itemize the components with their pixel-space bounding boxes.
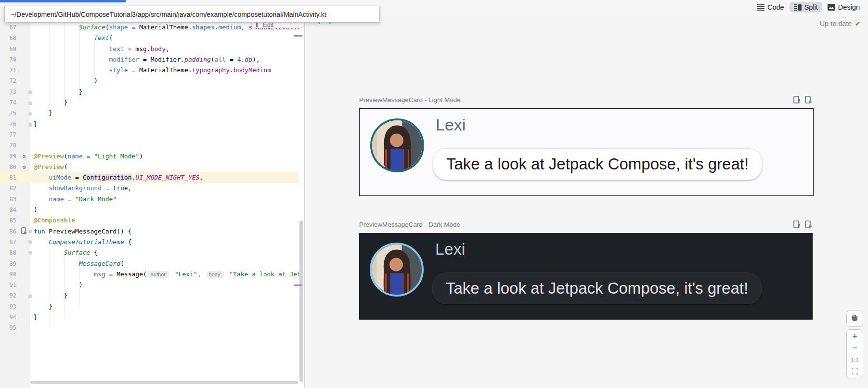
code-text[interactable]: )	[34, 205, 38, 215]
code-text[interactable]: showBackground = true,	[34, 183, 132, 194]
gutter-spacer	[20, 172, 28, 183]
code-line-69[interactable]: 69 text = msg.body,	[0, 44, 299, 54]
interactive-preview-icon[interactable]	[793, 220, 801, 229]
code-line-77[interactable]: 77	[0, 129, 299, 140]
code-line-79[interactable]: 79⚙@Preview(name = "Light Mode")	[0, 151, 299, 162]
fold-marker[interactable]	[28, 237, 34, 247]
preview-panel-title: PreviewMessageCard - Dark Mode	[359, 221, 460, 228]
run-preview-gutter-icon[interactable]	[20, 226, 28, 237]
code-line-87[interactable]: 87 ComposeTutorialTheme {	[0, 237, 299, 247]
compose-preview-pane: Up-to-date ✔ PreviewMessageCard - Light …	[305, 16, 868, 388]
horizontal-scrollbar[interactable]	[30, 381, 298, 384]
code-line-75[interactable]: 75 }	[0, 108, 299, 118]
code-lines[interactable]: 67 Surface(shape = MaterialTheme.shapes.…	[0, 22, 299, 334]
code-text[interactable]: }	[34, 108, 52, 118]
code-line-81[interactable]: 81 uiMode = Configuration.UI_MODE_NIGHT_…	[0, 172, 299, 183]
code-line-84[interactable]: 84)	[0, 205, 299, 215]
preview-settings-gear-icon[interactable]: ⚙	[20, 151, 28, 162]
code-text[interactable]: msg = Message(author: "Lexi", body: "Tak…	[34, 269, 299, 280]
view-mode-design-button[interactable]: Design	[823, 2, 864, 13]
fold-column	[28, 22, 34, 33]
code-text[interactable]: @Composable	[34, 215, 75, 226]
code-line-76[interactable]: 76}	[0, 119, 299, 129]
code-text[interactable]: MessageCard(	[34, 259, 124, 269]
zoom-controls: + − 1:1	[846, 329, 863, 378]
code-text[interactable]: )	[34, 76, 98, 86]
run-preview-icon[interactable]	[805, 96, 813, 104]
preview-card-dark[interactable]: Lexi Take a look at Jetpack Compose, it'…	[359, 233, 813, 320]
fold-marker[interactable]	[28, 247, 34, 258]
fold-marker[interactable]	[28, 290, 34, 301]
code-line-70[interactable]: 70 modifier = Modifier.padding(all = 4.d…	[0, 54, 299, 65]
code-line-90[interactable]: 90 msg = Message(author: "Lexi", body: "…	[0, 269, 299, 280]
code-line-80[interactable]: 80⚙@Preview(	[0, 162, 299, 172]
view-mode-split-button[interactable]: Split	[790, 2, 822, 13]
code-line-74[interactable]: 74 }	[0, 97, 299, 108]
code-text[interactable]: }	[34, 312, 38, 323]
code-text[interactable]: uiMode = Configuration.UI_MODE_NIGHT_YES…	[34, 172, 203, 183]
code-line-91[interactable]: 91 )	[0, 280, 299, 290]
fold-marker[interactable]	[28, 87, 34, 97]
line-number: 73	[0, 87, 20, 97]
code-line-89[interactable]: 89 MessageCard(	[0, 259, 299, 269]
line-number: 77	[0, 129, 20, 140]
code-line-94[interactable]: 94}	[0, 312, 299, 323]
code-text[interactable]: @Preview(name = "Light Mode")	[34, 151, 143, 162]
code-line-92[interactable]: 92 }	[0, 290, 299, 301]
code-line-72[interactable]: 72 )	[0, 76, 299, 86]
code-text[interactable]: }	[34, 301, 52, 312]
code-text[interactable]: Text(	[34, 33, 113, 43]
code-text[interactable]: modifier = Modifier.padding(all = 4.dp),	[34, 54, 260, 65]
fold-marker[interactable]	[28, 119, 34, 129]
zoom-to-fit-button[interactable]	[847, 365, 863, 377]
code-text[interactable]: ComposeTutorialTheme {	[34, 237, 132, 247]
code-line-86[interactable]: 86fun PreviewMessageCard() {	[0, 226, 299, 237]
gutter-spacer	[20, 247, 28, 258]
code-text[interactable]: style = MaterialTheme.typography.bodyMed…	[34, 65, 271, 76]
zoom-actual-size-button[interactable]: 1:1	[847, 354, 863, 365]
gutter-spacer	[20, 215, 28, 226]
code-line-88[interactable]: 88 Surface {	[0, 247, 299, 258]
code-text[interactable]: text = msg.body,	[34, 44, 169, 54]
fold-marker[interactable]	[28, 108, 34, 118]
gutter-spacer	[20, 76, 28, 86]
interactive-preview-icon[interactable]	[793, 96, 801, 104]
code-text[interactable]: fun PreviewMessageCard() {	[34, 226, 132, 237]
message-author: Lexi	[435, 240, 465, 259]
preview-panel-title: PreviewMessageCard - Light Mode	[359, 96, 461, 103]
code-line-85[interactable]: 85@Composable	[0, 215, 299, 226]
code-text[interactable]: )	[34, 280, 83, 290]
preview-settings-gear-icon[interactable]: ⚙	[20, 162, 28, 172]
code-text[interactable]: Surface {	[34, 247, 98, 258]
code-line-83[interactable]: 83 name = "Dark Mode"	[0, 194, 299, 205]
code-line-95[interactable]: 95	[0, 323, 299, 333]
code-line-71[interactable]: 71 style = MaterialTheme.typography.body…	[0, 65, 299, 76]
zoom-in-button[interactable]: +	[847, 331, 863, 342]
vertical-scrollbar[interactable]	[299, 220, 303, 382]
run-preview-icon[interactable]	[805, 220, 813, 229]
code-text[interactable]: }	[34, 290, 67, 301]
code-line-93[interactable]: 93 }	[0, 301, 299, 312]
code-text[interactable]: name = "Dark Mode"	[34, 194, 117, 205]
zoom-out-button[interactable]: −	[847, 342, 863, 354]
gutter-spacer	[20, 97, 28, 108]
preview-card-light[interactable]: Lexi Take a look at Jetpack Compose, it'…	[359, 108, 814, 196]
gutter-spacer	[20, 301, 28, 312]
code-line-82[interactable]: 82 showBackground = true,	[0, 183, 299, 194]
fold-marker[interactable]	[28, 97, 34, 108]
pan-button[interactable]	[846, 310, 863, 327]
fold-column	[28, 151, 34, 162]
code-text[interactable]: }	[34, 97, 67, 108]
code-text[interactable]: }	[34, 119, 38, 129]
fold-marker[interactable]	[28, 226, 34, 237]
code-editor-pane[interactable]: 67 Surface(shape = MaterialTheme.shapes.…	[0, 16, 304, 388]
code-line-73[interactable]: 73 }	[0, 87, 299, 97]
line-number: 76	[0, 119, 20, 129]
code-line-68[interactable]: 68 Text(	[0, 33, 299, 43]
gutter-spacer	[20, 140, 28, 151]
line-number: 91	[0, 280, 20, 290]
code-line-78[interactable]: 78	[0, 140, 299, 151]
view-mode-code-button[interactable]: Code	[752, 2, 789, 13]
code-text[interactable]: @Preview(	[34, 162, 67, 172]
code-text[interactable]: }	[34, 87, 83, 97]
